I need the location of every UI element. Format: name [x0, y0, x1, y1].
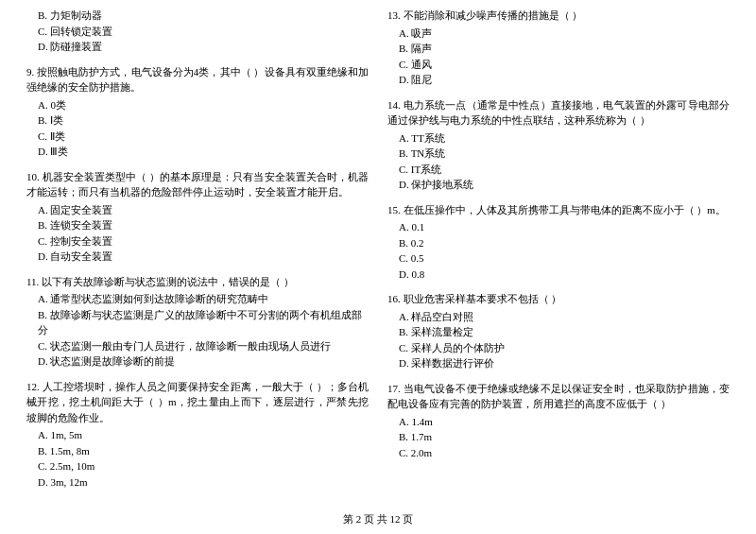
option: A. 1.4m [387, 414, 730, 430]
main-content: B. 力矩制动器C. 回转锁定装置D. 防碰撞装置9. 按照触电防护方式，电气设… [26, 8, 730, 499]
page: B. 力矩制动器C. 回转锁定装置D. 防碰撞装置9. 按照触电防护方式，电气设… [0, 0, 756, 534]
question-block: 13. 不能消除和减少噪声传播的措施是（ ）A. 吸声B. 隔声C. 通风D. … [387, 8, 730, 92]
right-column: 13. 不能消除和减少噪声传播的措施是（ ）A. 吸声B. 隔声C. 通风D. … [387, 8, 730, 499]
question-text: 15. 在低压操作中，人体及其所携带工具与带电体的距离不应小于（ ）m。 [387, 202, 730, 218]
question-block: 16. 职业危害采样基本要求不包括（ ）A. 样品空白对照B. 采样流量检定C.… [387, 291, 730, 375]
question-block: 15. 在低压操作中，人体及其所携带工具与带电体的距离不应小于（ ）m。A. 0… [387, 202, 730, 286]
option: C. 0.5 [387, 250, 730, 267]
question-text: 14. 电力系统一点（通常是中性点）直接接地，电气装置的外露可导电部分通过保护线… [387, 97, 730, 129]
option: C. 回转锁定装置 [26, 24, 369, 40]
option: D. 状态监测是故障诊断的前提 [26, 353, 369, 370]
question-text: 9. 按照触电防护方式，电气设备分为4类，其中（ ）设备具有双重绝缘和加强绝缘的… [26, 64, 369, 95]
question-block: 10. 机器安全装置类型中（ ）的基本原理是：只有当安全装置关合时，机器才能运转… [26, 169, 369, 268]
question-text: 16. 职业危害采样基本要求不包括（ ） [387, 291, 730, 307]
option: D. 防碰撞装置 [26, 39, 369, 55]
option: B. 连锁安全装置 [26, 217, 369, 233]
option: A. 吸声 [387, 26, 730, 42]
option: A. TT系统 [387, 130, 730, 146]
option: A. 样品空白对照 [387, 309, 730, 325]
question-block: 14. 电力系统一点（通常是中性点）直接接地，电气装置的外露可导电部分通过保护线… [387, 97, 730, 197]
option: C. 2.5m, 10m [26, 458, 369, 474]
question-block: B. 力矩制动器C. 回转锁定装置D. 防碰撞装置 [26, 8, 369, 59]
option: B. TN系统 [387, 146, 730, 162]
option: B. 0.2 [387, 235, 730, 251]
option: B. 1.5m, 8m [26, 443, 369, 459]
option: A. 固定安全装置 [26, 202, 369, 218]
question-text: 10. 机器安全装置类型中（ ）的基本原理是：只有当安全装置关合时，机器才能运转… [26, 169, 369, 200]
option: B. 采样流量检定 [387, 324, 730, 340]
question-block: 12. 人工控塔坝时，操作人员之间要保持安全距离，一般大于（ ）；多台机械开挖，… [26, 379, 369, 494]
option: B. 力矩制动器 [26, 8, 369, 24]
question-text: 13. 不能消除和减少噪声传播的措施是（ ） [387, 8, 730, 24]
question-block: 11. 以下有关故障诊断与状态监测的说法中，错误的是（ ）A. 通常型状态监测如… [26, 274, 369, 373]
option: B. 故障诊断与状态监测是广义的故障诊断中不可分割的两个有机组成部分 [26, 307, 369, 338]
option: A. 0.1 [387, 219, 730, 235]
option: C. IT系统 [387, 162, 730, 178]
question-text: 11. 以下有关故障诊断与状态监测的说法中，错误的是（ ） [26, 274, 369, 290]
question-block: 17. 当电气设备不便于绝缘或绝缘不足以保证安全时，也采取防护措施，变配电设备应… [387, 381, 730, 465]
page-info: 第 2 页 共 12 页 [343, 513, 413, 525]
option: D. 3m, 12m [26, 474, 369, 491]
option: B. Ⅰ类 [26, 112, 369, 129]
option: B. 隔声 [387, 41, 730, 57]
option: C. 状态监测一般由专门人员进行，故障诊断一般由现场人员进行 [26, 338, 369, 354]
option: D. 自动安全装置 [26, 249, 369, 265]
option: C. 2.0m [387, 445, 730, 461]
question-block: 9. 按照触电防护方式，电气设备分为4类，其中（ ）设备具有双重绝缘和加强绝缘的… [26, 64, 369, 164]
option: C. Ⅱ类 [26, 129, 369, 145]
option: C. 控制安全装置 [26, 233, 369, 250]
option: A. 0类 [26, 97, 369, 113]
option: B. 1.7m [387, 429, 730, 445]
option: A. 通常型状态监测如何到达故障诊断的研究范畴中 [26, 291, 369, 307]
option: D. 0.8 [387, 267, 730, 283]
option: C. 采样人员的个体防护 [387, 340, 730, 356]
option: A. 1m, 5m [26, 427, 369, 443]
question-text: 12. 人工控塔坝时，操作人员之间要保持安全距离，一般大于（ ）；多台机械开挖，… [26, 379, 369, 426]
question-text: 17. 当电气设备不便于绝缘或绝缘不足以保证安全时，也采取防护措施，变配电设备应… [387, 381, 730, 412]
option: D. 采样数据进行评价 [387, 355, 730, 371]
option: D. Ⅲ类 [26, 144, 369, 160]
option: D. 保护接地系统 [387, 177, 730, 193]
option: D. 阻尼 [387, 72, 730, 88]
footer: 第 2 页 共 12 页 [0, 512, 756, 526]
option: C. 通风 [387, 57, 730, 73]
left-column: B. 力矩制动器C. 回转锁定装置D. 防碰撞装置9. 按照触电防护方式，电气设… [26, 8, 369, 499]
